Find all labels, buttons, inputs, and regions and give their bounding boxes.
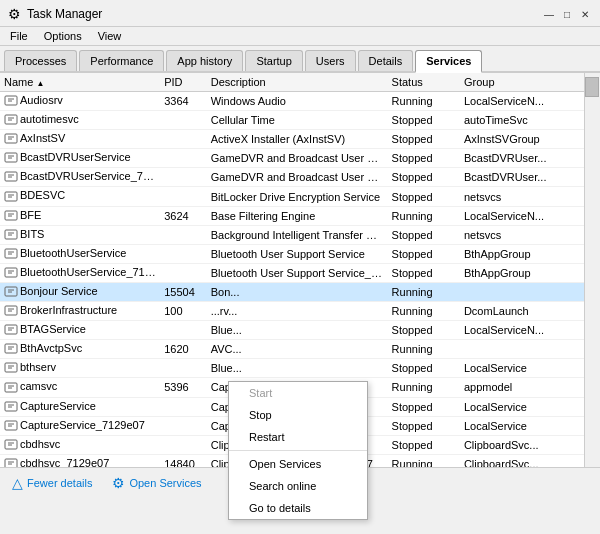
minimize-button[interactable]: —: [542, 7, 556, 21]
menu-view[interactable]: View: [96, 29, 124, 43]
tab-details[interactable]: Details: [358, 50, 414, 71]
context-menu: Start Stop Restart Open Services Search …: [228, 381, 368, 520]
svc-status: Stopped: [388, 397, 460, 416]
svc-description: Blue...: [207, 359, 388, 378]
context-menu-search-online[interactable]: Search online: [229, 475, 367, 497]
context-menu-start[interactable]: Start: [229, 382, 367, 404]
svc-status: Running: [388, 206, 460, 225]
tab-startup[interactable]: Startup: [245, 50, 302, 71]
table-row[interactable]: Bonjour Service 15504 Bon... Running: [0, 282, 584, 301]
table-row[interactable]: AxInstSV ActiveX Installer (AxInstSV) St…: [0, 130, 584, 149]
svc-pid: [160, 359, 207, 378]
svc-group: [460, 282, 584, 301]
app-icon: ⚙: [8, 6, 21, 22]
table-row[interactable]: BTAGService Blue... Stopped LocalService…: [0, 321, 584, 340]
svc-pid: [160, 416, 207, 435]
svc-group: BcastDVRUser...: [460, 168, 584, 187]
svc-name: CaptureService: [0, 397, 160, 416]
col-header-group[interactable]: Group: [460, 73, 584, 92]
svc-status: Stopped: [388, 225, 460, 244]
svc-group: LocalServiceN...: [460, 92, 584, 111]
open-services-icon: ⚙: [112, 475, 125, 491]
svc-pid: [160, 187, 207, 206]
menu-file[interactable]: File: [8, 29, 30, 43]
table-row[interactable]: BcastDVRUserService GameDVR and Broadcas…: [0, 149, 584, 168]
col-header-name[interactable]: Name ▲: [0, 73, 160, 92]
svc-group: AxInstSVGroup: [460, 130, 584, 149]
table-row[interactable]: autotimesvc Cellular Time Stopped autoTi…: [0, 111, 584, 130]
svc-status: Running: [388, 378, 460, 397]
open-services-label: Open Services: [129, 477, 201, 489]
menu-options[interactable]: Options: [42, 29, 84, 43]
svc-name: AxInstSV: [0, 130, 160, 149]
context-menu-open-services[interactable]: Open Services: [229, 453, 367, 475]
svc-name: BthAvctpSvc: [0, 340, 160, 359]
fewer-details-button[interactable]: △ Fewer details: [8, 473, 96, 493]
svc-pid: [160, 225, 207, 244]
svc-name: BluetoothUserService: [0, 244, 160, 263]
svc-group: appmodel: [460, 378, 584, 397]
svc-pid: [160, 130, 207, 149]
col-header-status[interactable]: Status: [388, 73, 460, 92]
tab-services[interactable]: Services: [415, 50, 482, 73]
menu-bar: File Options View: [0, 27, 600, 46]
svc-pid: [160, 168, 207, 187]
close-button[interactable]: ✕: [578, 7, 592, 21]
table-row[interactable]: BrokerInfrastructure 100 ...rv... Runnin…: [0, 302, 584, 321]
tab-users[interactable]: Users: [305, 50, 356, 71]
svc-description: Bon...: [207, 282, 388, 301]
svc-description: BitLocker Drive Encryption Service: [207, 187, 388, 206]
svc-pid: 3364: [160, 92, 207, 111]
svc-status: Stopped: [388, 149, 460, 168]
svc-name: cbdhsvc_7129e07: [0, 454, 160, 467]
svc-status: Stopped: [388, 111, 460, 130]
svc-pid: 15504: [160, 282, 207, 301]
fewer-details-icon: △: [12, 475, 23, 491]
svc-group: LocalService: [460, 416, 584, 435]
table-row[interactable]: BthAvctpSvc 1620 AVC... Running: [0, 340, 584, 359]
table-row[interactable]: BluetoothUserService_7129... Bluetooth U…: [0, 263, 584, 282]
svc-description: ActiveX Installer (AxInstSV): [207, 130, 388, 149]
maximize-button[interactable]: □: [560, 7, 574, 21]
scrollbar[interactable]: [584, 73, 600, 467]
svc-status: Running: [388, 302, 460, 321]
context-menu-restart[interactable]: Restart: [229, 426, 367, 448]
svc-pid: 5396: [160, 378, 207, 397]
table-row[interactable]: BcastDVRUserService_7129e... GameDVR and…: [0, 168, 584, 187]
context-menu-go-to-details[interactable]: Go to details: [229, 497, 367, 519]
table-row[interactable]: BFE 3624 Base Filtering Engine Running L…: [0, 206, 584, 225]
svc-pid: [160, 244, 207, 263]
table-row[interactable]: BluetoothUserService Bluetooth User Supp…: [0, 244, 584, 263]
table-wrapper: Name ▲ PID Description Status Group Audi…: [0, 73, 600, 467]
tab-performance[interactable]: Performance: [79, 50, 164, 71]
app-title: Task Manager: [27, 7, 102, 21]
svc-description: Bluetooth User Support Service: [207, 244, 388, 263]
svc-pid: [160, 435, 207, 454]
table-row[interactable]: BDESVC BitLocker Drive Encryption Servic…: [0, 187, 584, 206]
table-row[interactable]: bthserv Blue... Stopped LocalService: [0, 359, 584, 378]
svc-name: Bonjour Service: [0, 282, 160, 301]
open-services-button[interactable]: ⚙ Open Services: [108, 473, 205, 493]
svc-description: AVC...: [207, 340, 388, 359]
svc-description: Base Filtering Engine: [207, 206, 388, 225]
col-header-description[interactable]: Description: [207, 73, 388, 92]
svc-name: BFE: [0, 206, 160, 225]
col-header-pid[interactable]: PID: [160, 73, 207, 92]
tab-app-history[interactable]: App history: [166, 50, 243, 71]
svc-status: Stopped: [388, 187, 460, 206]
svc-group: LocalServiceN...: [460, 206, 584, 225]
table-row[interactable]: Audiosrv 3364 Windows Audio Running Loca…: [0, 92, 584, 111]
svc-pid: 3624: [160, 206, 207, 225]
svc-description: Cellular Time: [207, 111, 388, 130]
svc-name: BTAGService: [0, 321, 160, 340]
svc-group: LocalServiceN...: [460, 321, 584, 340]
svc-status: Running: [388, 92, 460, 111]
table-row[interactable]: BITS Background Intelligent Transfer Ser…: [0, 225, 584, 244]
context-menu-stop[interactable]: Stop: [229, 404, 367, 426]
svc-name: BcastDVRUserService: [0, 149, 160, 168]
tabs: Processes Performance App history Startu…: [0, 46, 600, 73]
svc-description: Bluetooth User Support Service_7129...: [207, 263, 388, 282]
tab-processes[interactable]: Processes: [4, 50, 77, 71]
svc-group: [460, 340, 584, 359]
svc-status: Stopped: [388, 359, 460, 378]
